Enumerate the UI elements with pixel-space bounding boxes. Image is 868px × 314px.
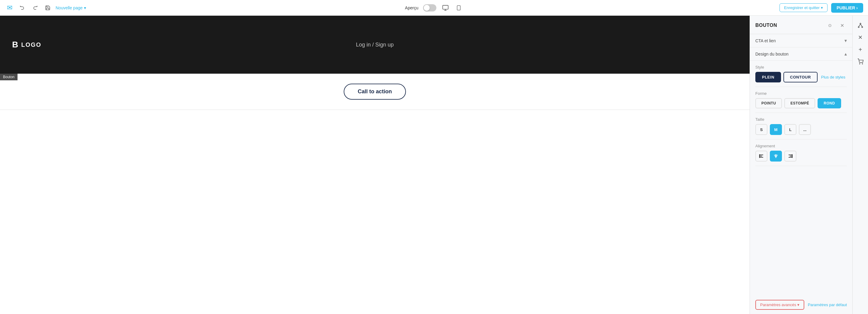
publish-button[interactable]: PUBLIER › <box>831 3 863 13</box>
cta-lien-row[interactable]: CTA et lien ▾ <box>750 34 852 47</box>
design-label: Design du bouton <box>755 52 788 57</box>
forme-title: Forme <box>755 91 847 96</box>
chevron-down-icon-save: ▾ <box>821 5 823 10</box>
plus-de-styles-link[interactable]: Plus de styles <box>821 75 845 80</box>
svg-line-20 <box>861 24 862 27</box>
params-row: Paramètres avancés ▾ Paramètres par défa… <box>750 295 852 314</box>
cta-button[interactable]: Call to action <box>344 84 406 100</box>
save-quit-label: Enregistrer et quitter <box>784 5 820 10</box>
alignement-title: Alignement <box>755 144 847 148</box>
panel-title: BOUTON <box>755 23 777 28</box>
apercu-toggle[interactable] <box>423 4 436 11</box>
forme-section: Forme POINTU ESTOMPÉ ROND <box>750 87 852 113</box>
svg-rect-3 <box>457 5 461 10</box>
button-section: Bouton Call to action <box>0 74 750 110</box>
style-contour-button[interactable]: CONTOUR <box>783 72 817 83</box>
alignement-section: Alignement <box>750 139 852 166</box>
style-plein-button[interactable]: PLEIN <box>755 72 781 83</box>
close-icon-button[interactable]: ✕ <box>837 21 847 30</box>
toolbar-left: ✉ Nouvelle page ▾ <box>5 3 776 13</box>
canvas-area: B LOGO Log in / Sign up Bouton Call to a… <box>0 16 750 314</box>
taille-buttons: S M L ... <box>755 124 847 135</box>
taille-m-button[interactable]: M <box>770 124 782 135</box>
chevron-up-design: ▴ <box>844 51 847 57</box>
design-section: Design du bouton ▴ <box>750 48 852 61</box>
apercu-label: Aperçu <box>405 5 418 10</box>
side-close-button[interactable]: ✕ <box>856 33 865 42</box>
params-avances-button[interactable]: Paramètres avancés ▾ <box>755 300 804 310</box>
cart-icon-button[interactable] <box>856 57 865 66</box>
align-left-button[interactable] <box>755 151 768 161</box>
publish-label: PUBLIER <box>837 5 855 10</box>
chevron-down-params: ▾ <box>797 303 800 307</box>
cta-lien-section: CTA et lien ▾ <box>750 34 852 48</box>
logo-area: B LOGO <box>12 40 41 50</box>
main-layout: B LOGO Log in / Sign up Bouton Call to a… <box>0 16 868 314</box>
save-button[interactable] <box>43 3 53 13</box>
align-buttons <box>755 151 847 161</box>
add-button[interactable]: + <box>856 45 865 54</box>
panel-header: BOUTON ⊙ ✕ <box>750 16 852 34</box>
taille-more-button[interactable]: ... <box>799 124 811 135</box>
params-defaut-link[interactable]: Paramètres par défaut <box>808 303 847 307</box>
taille-title: Taille <box>755 117 847 122</box>
arrow-right-icon: › <box>856 5 858 10</box>
align-right-button[interactable] <box>784 151 797 161</box>
logo-icon: B <box>12 40 18 50</box>
svg-point-22 <box>862 64 863 64</box>
style-section: Style PLEIN CONTOUR Plus de styles <box>750 61 852 87</box>
undo-button[interactable] <box>18 3 27 13</box>
forme-rond-button[interactable]: ROND <box>817 98 841 108</box>
desktop-icon-button[interactable] <box>441 4 450 12</box>
taille-section: Taille S M L ... <box>750 113 852 139</box>
page-content: B LOGO Log in / Sign up Bouton Call to a… <box>0 16 750 314</box>
design-row[interactable]: Design du bouton ▴ <box>750 48 852 60</box>
forme-estompe-button[interactable]: ESTOMPÉ <box>784 98 815 108</box>
pin-icon-button[interactable]: ⊙ <box>825 21 835 30</box>
toggle-knob <box>424 5 430 11</box>
site-header: B LOGO Log in / Sign up <box>0 16 750 74</box>
mail-icon-button[interactable]: ✉ <box>5 3 14 13</box>
svg-rect-0 <box>443 5 448 9</box>
svg-point-17 <box>858 27 859 28</box>
forme-buttons: POINTU ESTOMPÉ ROND <box>755 98 847 108</box>
style-buttons: PLEIN CONTOUR Plus de styles <box>755 72 847 83</box>
toolbar-right: Enregistrer et quitter ▾ PUBLIER › <box>779 3 863 13</box>
side-icons: ✕ + <box>852 16 868 314</box>
nouvelle-page-button[interactable]: Nouvelle page ▾ <box>56 5 86 10</box>
divider-4 <box>755 166 847 166</box>
section-label: Bouton <box>0 74 18 80</box>
logo-text: LOGO <box>21 41 41 48</box>
nav-login: Log in / Sign up <box>356 42 394 48</box>
svg-point-21 <box>859 64 860 64</box>
save-quit-button[interactable]: Enregistrer et quitter ▾ <box>779 3 828 12</box>
forme-pointu-button[interactable]: POINTU <box>755 98 782 108</box>
toolbar-center: Aperçu <box>405 4 463 12</box>
chevron-down-cta: ▾ <box>844 38 847 43</box>
svg-point-18 <box>862 27 863 28</box>
nouvelle-page-label: Nouvelle page <box>56 5 83 10</box>
params-avances-label: Paramètres avancés <box>760 303 796 307</box>
redo-button[interactable] <box>30 3 40 13</box>
right-panel: BOUTON ⊙ ✕ CTA et lien ▾ Design du bouto… <box>750 16 852 314</box>
taille-l-button[interactable]: L <box>784 124 797 135</box>
align-center-button[interactable] <box>770 151 782 161</box>
chevron-down-icon: ▾ <box>84 5 86 10</box>
panel-header-icons: ⊙ ✕ <box>825 21 847 30</box>
svg-point-16 <box>860 23 861 24</box>
style-title: Style <box>755 65 847 69</box>
svg-line-19 <box>859 24 861 27</box>
cta-lien-label: CTA et lien <box>755 38 776 43</box>
network-icon-button[interactable] <box>856 21 865 30</box>
mobile-icon-button[interactable] <box>455 4 463 12</box>
toolbar: ✉ Nouvelle page ▾ Aperçu <box>0 0 868 16</box>
taille-s-button[interactable]: S <box>755 124 768 135</box>
